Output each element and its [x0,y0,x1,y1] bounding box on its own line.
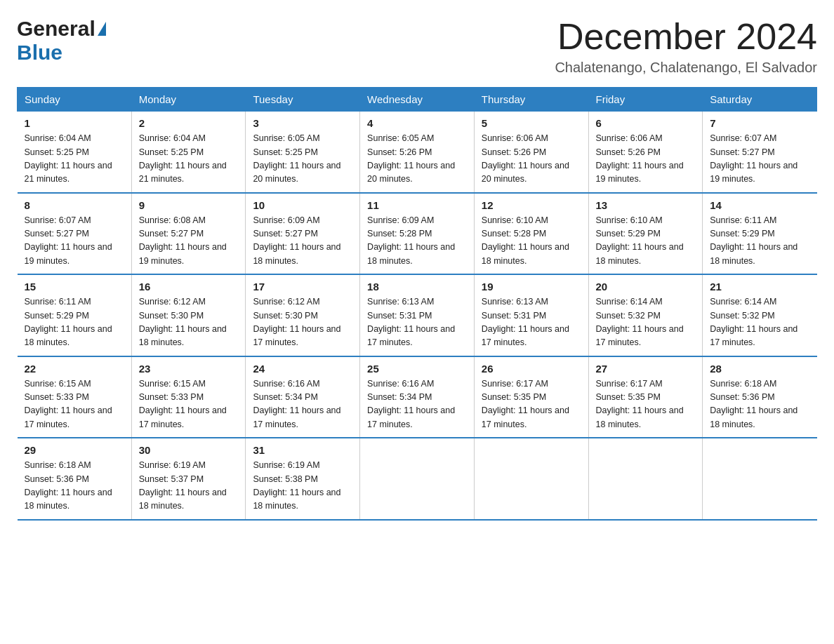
day-info: Sunrise: 6:11 AM Sunset: 5:29 PM Dayligh… [25,295,124,350]
calendar-cell: 16 Sunrise: 6:12 AM Sunset: 5:30 PM Dayl… [131,274,246,356]
day-info: Sunrise: 6:15 AM Sunset: 5:33 PM Dayligh… [25,377,124,432]
day-number: 26 [482,363,581,375]
calendar-cell: 26 Sunrise: 6:17 AM Sunset: 5:35 PM Dayl… [474,356,588,438]
day-info: Sunrise: 6:17 AM Sunset: 5:35 PM Dayligh… [482,377,581,432]
day-info: Sunrise: 6:18 AM Sunset: 5:36 PM Dayligh… [710,377,809,432]
day-info: Sunrise: 6:14 AM Sunset: 5:32 PM Dayligh… [710,295,809,350]
calendar-cell: 29 Sunrise: 6:18 AM Sunset: 5:36 PM Dayl… [18,438,132,520]
calendar-cell: 13 Sunrise: 6:10 AM Sunset: 5:29 PM Dayl… [588,193,703,275]
calendar-week-row: 15 Sunrise: 6:11 AM Sunset: 5:29 PM Dayl… [18,274,817,356]
day-number: 18 [367,281,467,293]
title-area: December 2024 Chalatenango, Chalatenango… [555,17,817,76]
day-info: Sunrise: 6:05 AM Sunset: 5:25 PM Dayligh… [253,132,352,187]
day-number: 30 [139,444,239,456]
calendar-body: 1 Sunrise: 6:04 AM Sunset: 5:25 PM Dayli… [18,112,817,520]
day-number: 23 [139,363,239,375]
calendar-cell: 25 Sunrise: 6:16 AM Sunset: 5:34 PM Dayl… [360,356,475,438]
col-monday: Monday [131,88,246,112]
calendar-header: Sunday Monday Tuesday Wednesday Thursday… [18,88,817,112]
logo-triangle-icon [98,22,106,36]
col-tuesday: Tuesday [246,88,360,112]
calendar-cell: 20 Sunrise: 6:14 AM Sunset: 5:32 PM Dayl… [588,274,703,356]
calendar-cell: 1 Sunrise: 6:04 AM Sunset: 5:25 PM Dayli… [18,112,132,193]
day-info: Sunrise: 6:12 AM Sunset: 5:30 PM Dayligh… [253,295,352,350]
day-info: Sunrise: 6:19 AM Sunset: 5:37 PM Dayligh… [139,459,239,514]
day-number: 4 [367,117,467,129]
day-number: 11 [367,199,467,211]
calendar-cell: 2 Sunrise: 6:04 AM Sunset: 5:25 PM Dayli… [131,112,246,193]
calendar-cell: 7 Sunrise: 6:07 AM Sunset: 5:27 PM Dayli… [703,112,817,193]
col-thursday: Thursday [474,88,588,112]
day-info: Sunrise: 6:17 AM Sunset: 5:35 PM Dayligh… [596,377,696,432]
day-info: Sunrise: 6:16 AM Sunset: 5:34 PM Dayligh… [253,377,352,432]
day-info: Sunrise: 6:07 AM Sunset: 5:27 PM Dayligh… [710,132,809,187]
col-sunday: Sunday [18,88,132,112]
day-number: 21 [710,281,809,293]
calendar-cell: 18 Sunrise: 6:13 AM Sunset: 5:31 PM Dayl… [360,274,475,356]
calendar-cell: 8 Sunrise: 6:07 AM Sunset: 5:27 PM Dayli… [18,193,132,275]
day-number: 12 [482,199,581,211]
logo-general: General [17,17,95,41]
calendar-cell: 28 Sunrise: 6:18 AM Sunset: 5:36 PM Dayl… [703,356,817,438]
day-info: Sunrise: 6:10 AM Sunset: 5:29 PM Dayligh… [596,214,696,269]
calendar-table: Sunday Monday Tuesday Wednesday Thursday… [17,87,817,521]
day-number: 6 [596,117,696,129]
day-info: Sunrise: 6:09 AM Sunset: 5:27 PM Dayligh… [253,214,352,269]
calendar-cell: 9 Sunrise: 6:08 AM Sunset: 5:27 PM Dayli… [131,193,246,275]
calendar-cell: 15 Sunrise: 6:11 AM Sunset: 5:29 PM Dayl… [18,274,132,356]
day-number: 14 [710,199,809,211]
calendar-cell [360,438,475,520]
calendar-cell: 31 Sunrise: 6:19 AM Sunset: 5:38 PM Dayl… [246,438,360,520]
day-info: Sunrise: 6:04 AM Sunset: 5:25 PM Dayligh… [25,132,124,187]
day-number: 2 [139,117,239,129]
day-number: 16 [139,281,239,293]
day-number: 20 [596,281,696,293]
calendar-cell: 12 Sunrise: 6:10 AM Sunset: 5:28 PM Dayl… [474,193,588,275]
day-number: 19 [482,281,581,293]
calendar-week-row: 1 Sunrise: 6:04 AM Sunset: 5:25 PM Dayli… [18,112,817,193]
day-info: Sunrise: 6:13 AM Sunset: 5:31 PM Dayligh… [482,295,581,350]
calendar-cell: 24 Sunrise: 6:16 AM Sunset: 5:34 PM Dayl… [246,356,360,438]
calendar-week-row: 22 Sunrise: 6:15 AM Sunset: 5:33 PM Dayl… [18,356,817,438]
month-title: December 2024 [555,17,817,57]
calendar-cell: 30 Sunrise: 6:19 AM Sunset: 5:37 PM Dayl… [131,438,246,520]
day-info: Sunrise: 6:18 AM Sunset: 5:36 PM Dayligh… [25,459,124,514]
col-friday: Friday [588,88,703,112]
logo: General Blue [17,17,106,65]
day-number: 24 [253,363,352,375]
day-info: Sunrise: 6:12 AM Sunset: 5:30 PM Dayligh… [139,295,239,350]
calendar-week-row: 29 Sunrise: 6:18 AM Sunset: 5:36 PM Dayl… [18,438,817,520]
day-number: 22 [25,363,124,375]
calendar-cell [588,438,703,520]
day-info: Sunrise: 6:13 AM Sunset: 5:31 PM Dayligh… [367,295,467,350]
logo-blue: Blue [17,41,62,64]
day-number: 13 [596,199,696,211]
calendar-cell: 17 Sunrise: 6:12 AM Sunset: 5:30 PM Dayl… [246,274,360,356]
day-number: 28 [710,363,809,375]
calendar-cell: 6 Sunrise: 6:06 AM Sunset: 5:26 PM Dayli… [588,112,703,193]
calendar-cell: 19 Sunrise: 6:13 AM Sunset: 5:31 PM Dayl… [474,274,588,356]
calendar-cell: 5 Sunrise: 6:06 AM Sunset: 5:26 PM Dayli… [474,112,588,193]
day-number: 3 [253,117,352,129]
col-wednesday: Wednesday [360,88,475,112]
calendar-week-row: 8 Sunrise: 6:07 AM Sunset: 5:27 PM Dayli… [18,193,817,275]
calendar-cell [474,438,588,520]
day-info: Sunrise: 6:10 AM Sunset: 5:28 PM Dayligh… [482,214,581,269]
day-number: 1 [25,117,124,129]
day-number: 29 [25,444,124,456]
day-info: Sunrise: 6:04 AM Sunset: 5:25 PM Dayligh… [139,132,239,187]
col-saturday: Saturday [703,88,817,112]
page-header: General Blue December 2024 Chalatenango,… [17,17,817,76]
day-number: 27 [596,363,696,375]
header-row: Sunday Monday Tuesday Wednesday Thursday… [18,88,817,112]
day-number: 17 [253,281,352,293]
day-info: Sunrise: 6:06 AM Sunset: 5:26 PM Dayligh… [596,132,696,187]
day-info: Sunrise: 6:05 AM Sunset: 5:26 PM Dayligh… [367,132,467,187]
calendar-cell: 11 Sunrise: 6:09 AM Sunset: 5:28 PM Dayl… [360,193,475,275]
day-number: 10 [253,199,352,211]
day-number: 25 [367,363,467,375]
day-info: Sunrise: 6:16 AM Sunset: 5:34 PM Dayligh… [367,377,467,432]
calendar-cell: 3 Sunrise: 6:05 AM Sunset: 5:25 PM Dayli… [246,112,360,193]
day-number: 8 [25,199,124,211]
day-number: 15 [25,281,124,293]
